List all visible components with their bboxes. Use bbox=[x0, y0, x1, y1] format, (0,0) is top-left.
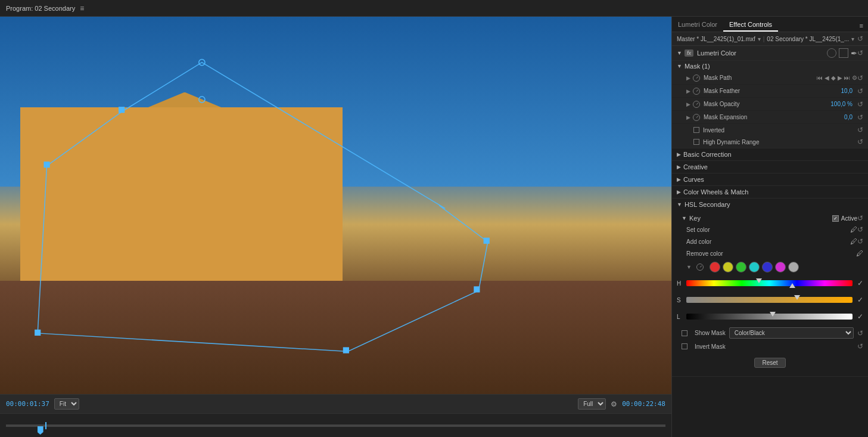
swatch-blue[interactable] bbox=[762, 262, 773, 272]
s-thumb[interactable] bbox=[794, 295, 800, 300]
l-slider-container[interactable] bbox=[686, 311, 853, 323]
tab-effect-controls[interactable]: Effect Controls bbox=[723, 18, 778, 32]
basic-correction-chevron: ▶ bbox=[677, 151, 681, 157]
program-menu-icon[interactable]: ≡ bbox=[80, 4, 84, 13]
mask-header[interactable]: ▼ Mask (1) bbox=[672, 61, 868, 72]
inverted-checkbox[interactable] bbox=[693, 127, 699, 133]
mask-expansion-value[interactable]: 0,0 bbox=[844, 114, 853, 120]
mask-expansion-undo[interactable]: ↺ bbox=[857, 113, 863, 122]
basic-correction-header[interactable]: ▶ Basic Correction bbox=[672, 148, 868, 160]
add-color-eyedropper[interactable]: 🖊 bbox=[850, 237, 857, 246]
mask-opacity-row: ▶ Mask Opacity 100,0 % ↺ bbox=[672, 98, 868, 111]
settings-icon[interactable]: ⚙ bbox=[611, 400, 617, 408]
secondary-clip-label: 02 Secondary * JL__2425(1_... bbox=[767, 36, 849, 42]
mask-feather-expand[interactable]: ▶ bbox=[686, 88, 690, 94]
mask-opacity-undo[interactable]: ↺ bbox=[857, 100, 863, 109]
swatch-red[interactable] bbox=[710, 262, 720, 272]
set-color-label: Set color bbox=[686, 227, 850, 233]
clip-undo-icon[interactable]: ↺ bbox=[857, 35, 863, 43]
master-clip-dropdown[interactable]: ▾ bbox=[758, 36, 761, 42]
mask-path-first[interactable]: ⏮ bbox=[817, 75, 823, 81]
h-confirm[interactable]: ✓ bbox=[857, 279, 863, 287]
remove-color-label: Remove color bbox=[686, 250, 856, 257]
inverted-label: Inverted bbox=[703, 127, 724, 134]
remove-color-eyedropper[interactable]: 🖊 bbox=[856, 249, 863, 258]
hsl-secondary-section: ▼ HSL Secondary ▼ Key Active ↺ Set color bbox=[672, 199, 868, 377]
quality-select[interactable]: Full bbox=[578, 398, 606, 410]
color-wheels-chevron: ▶ bbox=[677, 189, 681, 195]
swatch-cyan[interactable] bbox=[749, 262, 760, 272]
s-slider[interactable] bbox=[686, 297, 853, 303]
inverted-undo[interactable]: ↺ bbox=[857, 126, 863, 134]
tab-lumetri-color[interactable]: Lumetri Color bbox=[672, 18, 723, 32]
panel-menu-icon[interactable]: ≡ bbox=[855, 20, 868, 32]
swatches-row: ▼ bbox=[672, 259, 868, 275]
mask-opacity-value[interactable]: 100,0 % bbox=[830, 101, 853, 107]
set-color-undo[interactable]: ↺ bbox=[857, 225, 863, 234]
creative-header[interactable]: ▶ Creative bbox=[672, 161, 868, 173]
s-confirm[interactable]: ✓ bbox=[857, 296, 863, 304]
mask-path-prev[interactable]: ◀ bbox=[825, 75, 829, 81]
l-slider[interactable] bbox=[686, 314, 853, 320]
h-slider[interactable] bbox=[686, 280, 853, 286]
mask-feather-value[interactable]: 10,0 bbox=[841, 88, 853, 94]
mask-opacity-stopwatch[interactable] bbox=[693, 101, 700, 108]
mask-expansion-stopwatch[interactable] bbox=[693, 114, 700, 121]
mask-feather-stopwatch[interactable] bbox=[693, 88, 700, 95]
mask-opacity-expand[interactable]: ▶ bbox=[686, 101, 690, 107]
l-thumb[interactable] bbox=[770, 312, 776, 317]
secondary-clip-dropdown[interactable]: ▾ bbox=[851, 36, 854, 42]
curves-header[interactable]: ▶ Curves bbox=[672, 173, 868, 185]
mask-path-expand[interactable]: ▶ bbox=[686, 75, 690, 81]
add-color-undo[interactable]: ↺ bbox=[857, 237, 863, 246]
key-chevron: ▼ bbox=[682, 215, 687, 221]
s-slider-container[interactable] bbox=[686, 294, 853, 306]
hdr-undo[interactable]: ↺ bbox=[857, 138, 863, 146]
mask-feather-undo[interactable]: ↺ bbox=[857, 87, 863, 95]
mask-path-undo[interactable]: ↺ bbox=[857, 74, 863, 82]
h-thumb-left[interactable] bbox=[756, 278, 762, 283]
mask-path-key[interactable]: ◆ bbox=[831, 75, 836, 81]
reset-button[interactable]: Reset bbox=[754, 358, 785, 368]
invert-mask-checkbox[interactable] bbox=[682, 343, 687, 349]
scene-building-front bbox=[20, 107, 343, 289]
current-timecode: 00:00:01:37 bbox=[6, 400, 49, 408]
swatches-expand[interactable]: ▼ bbox=[686, 264, 692, 270]
mask-path-last[interactable]: ⏭ bbox=[844, 75, 850, 81]
fx-undo-icon[interactable]: ↺ bbox=[857, 49, 863, 57]
l-confirm[interactable]: ✓ bbox=[857, 312, 863, 321]
mask-path-stopwatch[interactable] bbox=[693, 75, 700, 82]
rect-mask-tool[interactable] bbox=[839, 48, 848, 58]
fx-chevron[interactable]: ▼ bbox=[677, 50, 682, 56]
color-black-select[interactable]: Color/Black bbox=[729, 327, 854, 339]
key-undo[interactable]: ↺ bbox=[857, 214, 863, 222]
timeline-track[interactable] bbox=[6, 424, 665, 427]
active-checkbox[interactable] bbox=[832, 215, 839, 222]
hsl-secondary-header[interactable]: ▼ HSL Secondary bbox=[672, 199, 868, 210]
h-slider-container[interactable] bbox=[686, 277, 853, 289]
creative-label: Creative bbox=[683, 163, 708, 171]
color-wheels-header[interactable]: ▶ Color Wheels & Match bbox=[672, 186, 868, 198]
svg-rect-8 bbox=[484, 238, 490, 244]
show-mask-undo[interactable]: ↺ bbox=[857, 329, 863, 337]
pen-mask-tool[interactable]: ✒ bbox=[851, 49, 857, 58]
swatch-yellow[interactable] bbox=[723, 262, 733, 272]
mask-expansion-expand[interactable]: ▶ bbox=[686, 114, 690, 120]
fit-select[interactable]: Fit bbox=[54, 398, 79, 410]
ellipse-mask-tool[interactable] bbox=[827, 48, 836, 58]
invert-mask-undo[interactable]: ↺ bbox=[857, 342, 863, 351]
swatches-stopwatch[interactable] bbox=[696, 264, 704, 271]
mask-path-row: ▶ Mask Path ⏮ ◀ ◆ ▶ ⏭ ⚙ ↺ bbox=[672, 72, 868, 85]
invert-mask-row: Invert Mask ↺ bbox=[672, 341, 868, 352]
mask-path-options[interactable]: ⚙ bbox=[852, 75, 857, 81]
active-label: Active bbox=[841, 215, 857, 222]
h-thumb-right[interactable] bbox=[789, 283, 795, 288]
set-color-eyedropper[interactable]: 🖊 bbox=[850, 225, 857, 234]
swatch-green[interactable] bbox=[736, 262, 746, 272]
swatch-magenta[interactable] bbox=[775, 262, 786, 272]
hdr-checkbox[interactable] bbox=[693, 139, 699, 145]
swatch-gray[interactable] bbox=[788, 262, 799, 272]
mask-path-next[interactable]: ▶ bbox=[838, 75, 842, 81]
timeline-bar[interactable] bbox=[0, 413, 671, 437]
show-mask-checkbox[interactable] bbox=[682, 330, 687, 336]
